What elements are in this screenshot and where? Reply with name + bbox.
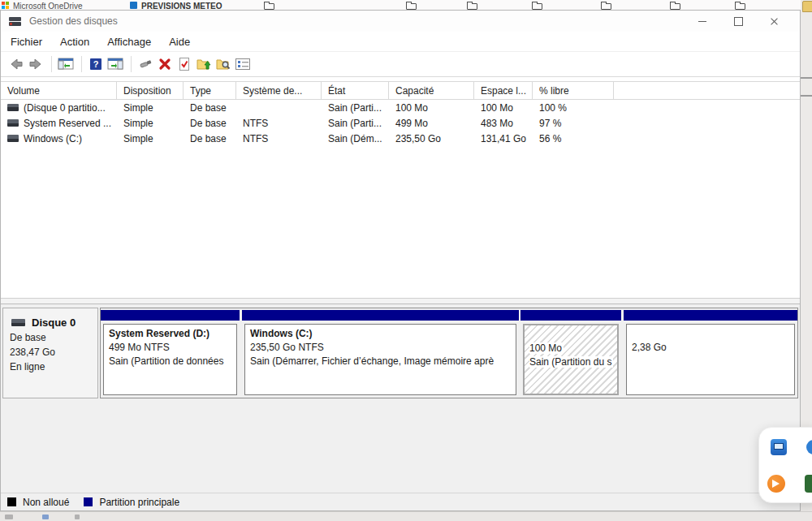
capacite-cell: 499 Mo <box>389 115 474 131</box>
browser-tab[interactable] <box>601 2 611 10</box>
show-action-pane-button[interactable] <box>106 55 124 73</box>
validate-button[interactable] <box>175 55 193 73</box>
column-header-espace-libre[interactable]: Espace l... <box>474 82 533 99</box>
column-header-filesystem[interactable]: Système de... <box>236 82 322 99</box>
browser-tab[interactable] <box>670 2 680 10</box>
pointer-tool-icon <box>138 57 153 71</box>
menu-fichier[interactable]: Fichier <box>11 36 51 48</box>
properties-button[interactable] <box>234 55 252 73</box>
window-edge-line <box>801 77 812 79</box>
pointer-tool-button[interactable] <box>136 55 154 73</box>
taskbar-edge <box>0 511 812 521</box>
menu-affichage[interactable]: Affichage <box>107 36 160 48</box>
browser-tab-meteo[interactable]: PREVISIONS METEO <box>130 2 222 10</box>
microsoft-logo-icon <box>2 2 9 9</box>
partition-status: Sain (Démarrer, Fichier d’échange, Image… <box>250 355 511 368</box>
filesystem-cell <box>236 100 322 115</box>
partial-app-icon[interactable] <box>806 440 812 454</box>
column-header-volume[interactable]: Volume <box>1 82 117 99</box>
close-button[interactable] <box>756 11 792 32</box>
disk0-info-box[interactable]: Disque 0 De base 238,47 Go En ligne <box>2 308 98 398</box>
back-button[interactable] <box>7 55 25 73</box>
window-title: Gestion des disques <box>29 15 118 27</box>
forward-button[interactable] <box>27 55 45 73</box>
column-header-pct-libre[interactable]: % libre <box>533 82 614 99</box>
menu-aide[interactable]: Aide <box>169 36 199 48</box>
screen: Microsoft OneDrive PREVISIONS METEO Gest… <box>0 0 812 521</box>
maximize-button[interactable] <box>720 11 756 32</box>
partition-system-reserved[interactable]: System Reserved (D:) 499 Mo NTFS Sain (P… <box>101 308 240 398</box>
volume-row-windows-c[interactable]: Windows (C:) Simple De base NTFS Sain (D… <box>1 131 800 146</box>
partition-name: System Reserved (D:) <box>109 327 231 341</box>
partition-info: 235,50 Go NTFS <box>250 341 511 355</box>
browser-tab[interactable] <box>467 2 477 10</box>
export-folder-button[interactable] <box>195 55 213 73</box>
volume-cell: Windows (C:) <box>1 131 117 146</box>
remote-app-icon[interactable] <box>771 439 787 455</box>
legend-bar: Non alloué Partition principale <box>1 493 800 510</box>
capacite-cell: 235,50 Go <box>389 131 474 146</box>
column-header-capacite[interactable]: Capacité <box>389 82 474 99</box>
libre-cell: 100 % <box>533 100 614 115</box>
legend-primary-label: Partition principale <box>99 497 179 508</box>
disk-size: 238,47 Go <box>10 347 97 359</box>
browser-tab[interactable] <box>532 2 542 10</box>
partial-app-icon[interactable] <box>805 475 812 493</box>
title-bar[interactable]: Gestion des disques <box>1 11 800 32</box>
volume-list: Volume Disposition Type Système de... Ét… <box>1 81 800 298</box>
volume-row-efi[interactable]: (Disque 0 partitio... Simple De base Sai… <box>1 100 800 115</box>
search-folder-button[interactable] <box>214 55 232 73</box>
folder-icon <box>601 3 611 10</box>
disk-drive-icon <box>9 16 22 27</box>
browser-tab-onedrive[interactable]: Microsoft OneDrive <box>2 2 83 10</box>
legend-unallocated-label: Non alloué <box>23 497 69 508</box>
partition-windows-c[interactable]: Windows (C:) 235,50 Go NTFS Sain (Démarr… <box>242 308 519 398</box>
column-header-disposition[interactable]: Disposition <box>117 82 184 99</box>
volume-list-header: Volume Disposition Type Système de... Ét… <box>1 81 800 100</box>
browser-tab[interactable] <box>735 2 745 10</box>
browser-tab[interactable] <box>264 2 274 10</box>
partition-status: Sain (Partition du s <box>529 355 612 369</box>
partition-2-38go[interactable]: 2,38 Go <box>624 308 797 398</box>
etat-cell: Sain (Dém... <box>322 131 389 146</box>
partition-system-100mo-selected[interactable]: 100 Mo Sain (Partition du s <box>520 308 621 398</box>
disk-name: Disque 0 <box>32 316 76 329</box>
capacite-cell: 100 Mo <box>389 100 474 115</box>
filler-cell <box>614 115 800 131</box>
volume-icon <box>7 135 19 142</box>
primary-partition-bar <box>242 310 519 321</box>
disk-type: De base <box>10 332 97 344</box>
toolbar-separator <box>81 56 82 72</box>
column-header-type[interactable]: Type <box>184 82 236 99</box>
toolbar: ? <box>1 52 800 77</box>
menu-action[interactable]: Action <box>60 36 98 48</box>
folder-icon <box>264 3 274 10</box>
column-header-etat[interactable]: État <box>322 82 389 99</box>
folder-icon <box>467 3 477 10</box>
graphical-pane: Disque 0 De base 238,47 Go En ligne Syst… <box>1 304 800 510</box>
toolbar-separator <box>51 56 52 72</box>
minimize-button[interactable] <box>685 11 720 32</box>
forward-icon <box>28 57 43 71</box>
back-icon <box>9 57 24 71</box>
etat-cell: Sain (Parti... <box>322 100 389 115</box>
help-button[interactable]: ? <box>87 55 105 73</box>
svg-text:?: ? <box>93 59 99 69</box>
folder-icon <box>532 3 542 10</box>
partition-info: 100 Mo <box>529 342 612 355</box>
legend-unallocated-swatch <box>7 497 16 506</box>
volume-row-system-reserved[interactable]: System Reserved ... Simple De base NTFS … <box>1 115 800 131</box>
pane-splitter[interactable] <box>1 298 800 304</box>
espace-cell: 483 Mo <box>474 115 533 131</box>
maximize-icon <box>734 17 743 26</box>
browser-tab[interactable] <box>406 2 417 10</box>
show-console-tree-button[interactable] <box>57 55 75 73</box>
delete-button[interactable] <box>156 55 174 73</box>
menu-bar: Fichier Action Affichage Aide <box>1 32 800 52</box>
disposition-cell: Simple <box>117 131 184 146</box>
avast-icon[interactable] <box>767 475 785 493</box>
etat-cell: Sain (Parti... <box>322 115 389 131</box>
volume-icon <box>7 104 19 111</box>
delete-x-icon <box>158 57 172 71</box>
tab-label: PREVISIONS METEO <box>141 2 222 10</box>
